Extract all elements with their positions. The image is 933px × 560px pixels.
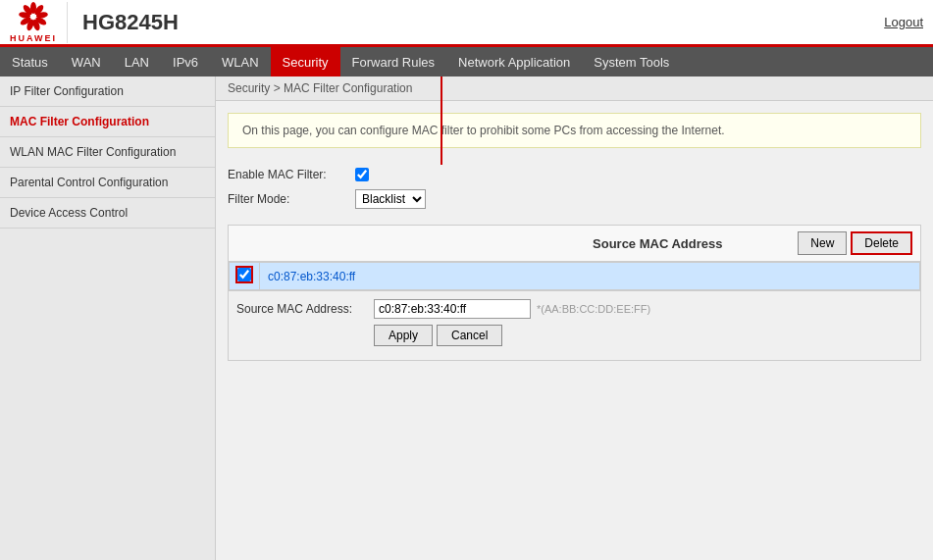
source-mac-title: Source MAC Address xyxy=(517,236,798,251)
nav-ipv6[interactable]: IPv6 xyxy=(161,47,210,76)
enable-mac-filter-row: Enable MAC Filter: xyxy=(228,168,921,181)
apply-button[interactable]: Apply xyxy=(374,325,433,346)
huawei-logo xyxy=(12,2,55,31)
device-title: HG8245H xyxy=(82,10,884,35)
edit-buttons-row: Apply Cancel xyxy=(374,325,912,346)
header: HUAWEI HG8245H Logout xyxy=(0,0,933,47)
nav-wlan[interactable]: WLAN xyxy=(210,47,271,76)
mac-address-cell: c0:87:eb:33:40:ff xyxy=(260,263,920,290)
nav-forward-rules[interactable]: Forward Rules xyxy=(340,47,447,76)
breadcrumb: Security > MAC Filter Configuration xyxy=(216,76,933,101)
logout-button[interactable]: Logout xyxy=(884,15,923,29)
enable-mac-filter-label: Enable MAC Filter: xyxy=(228,168,355,181)
source-mac-edit-label: Source MAC Address: xyxy=(236,302,374,316)
delete-button[interactable]: Delete xyxy=(851,231,912,255)
main-layout: IP Filter Configuration MAC Filter Confi… xyxy=(0,76,933,560)
row-checkbox-cell[interactable] xyxy=(230,263,260,290)
form-area: Enable MAC Filter: Filter Mode: Blacklis… xyxy=(216,160,933,225)
sidebar-item-ip-filter[interactable]: IP Filter Configuration xyxy=(0,76,215,107)
nav-status[interactable]: Status xyxy=(0,47,60,76)
info-box: On this page, you can configure MAC filt… xyxy=(228,113,921,148)
source-mac-input[interactable] xyxy=(374,299,531,319)
nav-wan[interactable]: WAN xyxy=(60,47,113,76)
source-mac-hint: *(AA:BB:CC:DD:EE:FF) xyxy=(537,303,650,315)
sidebar-item-device-access[interactable]: Device Access Control xyxy=(0,198,215,229)
cancel-button[interactable]: Cancel xyxy=(437,325,502,346)
table-row: c0:87:eb:33:40:ff xyxy=(230,263,920,290)
filter-mode-select[interactable]: Blacklist Whitelist xyxy=(355,189,426,209)
row-checkbox[interactable] xyxy=(237,268,251,281)
content-area: Security > MAC Filter Configuration On t… xyxy=(216,76,933,560)
table-area: Source MAC Address New Delete c0:87:eb:3… xyxy=(228,225,921,361)
mac-table: c0:87:eb:33:40:ff xyxy=(229,262,920,290)
table-header-buttons: New Delete xyxy=(798,231,912,255)
sidebar-item-mac-filter[interactable]: MAC Filter Configuration xyxy=(0,107,215,137)
source-mac-edit-row: Source MAC Address: *(AA:BB:CC:DD:EE:FF) xyxy=(236,299,912,319)
sidebar-item-wlan-mac-filter[interactable]: WLAN MAC Filter Configuration xyxy=(0,137,215,168)
sidebar: IP Filter Configuration MAC Filter Confi… xyxy=(0,76,216,560)
logo-container: HUAWEI xyxy=(10,2,68,43)
edit-row: Source MAC Address: *(AA:BB:CC:DD:EE:FF)… xyxy=(229,290,920,360)
enable-mac-filter-checkbox[interactable] xyxy=(355,168,369,181)
table-header: Source MAC Address New Delete xyxy=(229,226,920,262)
nav-system-tools[interactable]: System Tools xyxy=(582,47,681,76)
nav-security[interactable]: Security xyxy=(271,47,340,76)
new-button[interactable]: New xyxy=(798,231,847,255)
brand-name: HUAWEI xyxy=(10,33,57,43)
nav-network-application[interactable]: Network Application xyxy=(446,47,582,76)
navbar: Status WAN LAN IPv6 WLAN Security Forwar… xyxy=(0,47,933,76)
filter-mode-row: Filter Mode: Blacklist Whitelist xyxy=(228,189,921,209)
filter-mode-label: Filter Mode: xyxy=(228,192,355,206)
nav-lan[interactable]: LAN xyxy=(113,47,161,76)
sidebar-item-parental-control[interactable]: Parental Control Configuration xyxy=(0,168,215,198)
